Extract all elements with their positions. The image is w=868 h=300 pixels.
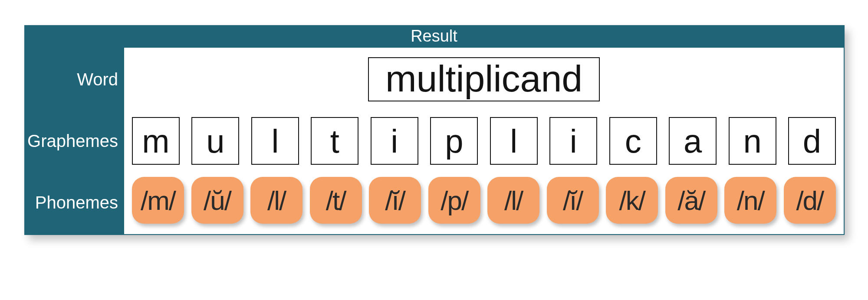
grapheme-cell: i — [371, 117, 418, 165]
word-value: multiplicand — [368, 57, 600, 101]
stage: Result Word multiplicand Graphemes multi… — [0, 0, 868, 300]
phoneme-cell: /l/ — [250, 177, 302, 224]
phonemes-row-label: Phonemes — [24, 171, 124, 234]
grapheme-cell: t — [311, 117, 358, 165]
word-row: Word multiplicand — [24, 48, 844, 111]
grapheme-cell: l — [251, 117, 299, 165]
phoneme-cell: /n/ — [724, 177, 776, 224]
grapheme-cell: c — [609, 117, 657, 165]
graphemes-row: Graphemes multiplicand — [24, 111, 844, 171]
grapheme-cell: u — [191, 117, 239, 165]
phoneme-cell: /d/ — [784, 177, 836, 224]
phoneme-cell: /ĭ/ — [369, 177, 421, 224]
phonemes-row-body: /m//ŭ//l//t//ĭ//p//l//ĭ//k//ă//n//d/ — [124, 171, 844, 234]
graphemes-row-body: multiplicand — [124, 111, 844, 171]
grapheme-cell: p — [430, 117, 478, 165]
phonemes-row: Phonemes /m//ŭ//l//t//ĭ//p//l//ĭ//k//ă//… — [24, 171, 844, 234]
word-row-label: Word — [24, 48, 124, 111]
phoneme-cell: /ĭ/ — [547, 177, 599, 224]
graphemes-row-label: Graphemes — [24, 111, 124, 171]
phoneme-cell: /t/ — [310, 177, 362, 224]
result-panel: Result Word multiplicand Graphemes multi… — [24, 25, 845, 235]
grapheme-cell: n — [729, 117, 776, 165]
phoneme-cell: /m/ — [132, 177, 184, 224]
grapheme-cell: a — [669, 117, 717, 165]
grapheme-cell: d — [788, 117, 836, 165]
panel-header: Result — [24, 25, 844, 48]
grapheme-cell: m — [132, 117, 180, 165]
grapheme-cell: l — [490, 117, 538, 165]
phoneme-cell: /ŭ/ — [191, 177, 243, 224]
phoneme-cell: /p/ — [428, 177, 480, 224]
word-row-body: multiplicand — [124, 48, 844, 111]
phoneme-cell: /k/ — [606, 177, 658, 224]
phoneme-cell: /ă/ — [665, 177, 717, 224]
grapheme-cell: i — [549, 117, 597, 165]
phoneme-cell: /l/ — [487, 177, 539, 224]
